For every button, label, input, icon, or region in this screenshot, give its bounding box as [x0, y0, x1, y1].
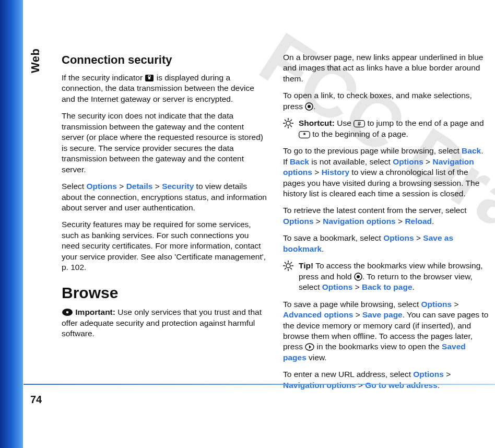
text: >	[152, 182, 162, 191]
link-reload: Reload	[405, 217, 432, 226]
tip-icon	[283, 261, 293, 271]
para-c2-5: To save a bookmark, select Options > Sav…	[283, 233, 490, 254]
text: To save a page while browsing, select	[283, 300, 421, 309]
column-left: Connection security If the security indi…	[62, 52, 268, 397]
svg-text:#: #	[358, 121, 361, 127]
text: is not available, select	[309, 157, 393, 166]
link-history: History	[322, 168, 349, 176]
svg-rect-1	[148, 77, 150, 79]
text: to the beginning of a page.	[310, 129, 408, 138]
svg-line-27	[290, 262, 292, 264]
link-navigation-options: Navigation options	[323, 217, 396, 226]
decoration-bar	[0, 0, 23, 448]
text: Select	[62, 182, 86, 191]
para-c2-2: To open a link, to check boxes, and make…	[283, 90, 490, 112]
page: Web FCC Draft Connection security If the…	[0, 0, 495, 448]
link-options: Options	[421, 300, 452, 309]
text: >	[352, 282, 362, 291]
text: To save a bookmark, select	[283, 233, 383, 242]
text: >	[356, 381, 366, 390]
lock-icon	[145, 74, 154, 82]
svg-line-13	[285, 125, 286, 127]
select-key-icon	[354, 273, 362, 281]
link-options: Options	[283, 217, 314, 226]
text: view.	[307, 353, 327, 362]
para-3: Select Options > Details > Security to v…	[62, 181, 268, 213]
text: >	[117, 182, 126, 191]
shortcut-block: Shortcut: Use # to jump to the end of a …	[283, 118, 490, 139]
link-back-to-page: Back to page	[362, 282, 412, 291]
svg-point-19	[286, 264, 290, 268]
link-options: Options	[413, 370, 444, 379]
shortcut-label: Shortcut:	[299, 119, 335, 127]
svg-line-14	[290, 120, 292, 121]
para-c2-4: To retrieve the latest content from the …	[283, 205, 490, 227]
text: >	[414, 233, 423, 242]
svg-point-5	[308, 105, 311, 108]
text: to jump to the end of a page and	[365, 119, 484, 127]
text: .	[432, 217, 434, 226]
svg-point-6	[286, 121, 290, 125]
text: .	[322, 244, 324, 253]
link-options: Options	[322, 282, 353, 291]
heading-browse: Browse	[62, 282, 268, 303]
para-2: The security icon does not indicate that…	[62, 111, 268, 175]
tip-icon	[283, 118, 293, 128]
para-1: If the security indicator is displayed d…	[62, 73, 268, 104]
para-c2-1: On a browser page, new links appear unde…	[283, 52, 490, 84]
svg-line-25	[290, 268, 292, 269]
select-key-icon	[305, 102, 313, 111]
svg-text:*: *	[303, 131, 306, 138]
text: in the bookmarks view to open the	[314, 342, 442, 351]
svg-line-24	[285, 262, 286, 264]
link-advanced-options: Advanced options	[283, 310, 353, 319]
link-options: Options	[383, 233, 414, 242]
text: Use	[335, 119, 353, 127]
tip-block: Tip! To access the bookmarks view while …	[283, 261, 490, 292]
text: >	[314, 217, 323, 226]
link-navigation-options: Navigation options	[283, 381, 356, 390]
content: Connection security If the security indi…	[62, 52, 490, 397]
column-right: On a browser page, new links appear unde…	[283, 52, 490, 397]
text: To enter a new URL address, select	[283, 370, 413, 379]
important-icon	[62, 308, 73, 316]
text: To go to the previous page while browsin…	[283, 146, 462, 155]
right-key-icon	[305, 343, 314, 351]
text: .	[412, 282, 415, 291]
link-save-page: Save page	[362, 310, 403, 319]
link-back: Back	[290, 157, 309, 166]
text: If the security indicator	[62, 73, 145, 82]
para-4: Security features may be required for so…	[62, 219, 268, 273]
text: To retrieve the latest content from the …	[283, 206, 467, 215]
text: .	[438, 381, 440, 390]
para-c2-7: To enter a new URL address, select Optio…	[283, 369, 490, 391]
important-block: Important: Use only services that you tr…	[62, 307, 268, 339]
tip-label: Tip!	[299, 261, 313, 270]
svg-point-29	[357, 275, 360, 278]
section-label: Web	[29, 48, 42, 73]
para-c2-3: To go to the previous page while browsin…	[283, 146, 490, 199]
text: >	[353, 310, 362, 319]
text: >	[396, 217, 405, 226]
svg-line-11	[285, 120, 286, 121]
svg-line-12	[290, 125, 292, 127]
star-key-icon: *	[299, 131, 310, 138]
important-label: Important:	[75, 308, 115, 316]
text: >	[452, 300, 458, 309]
text: >	[444, 370, 451, 379]
page-number: 74	[30, 394, 42, 406]
svg-point-3	[66, 311, 68, 313]
link-back: Back	[462, 146, 481, 155]
link-options: Options	[86, 182, 117, 191]
footer-divider	[23, 384, 495, 385]
link-options: Options	[393, 157, 423, 166]
link-details: Details	[126, 182, 153, 191]
para-c2-6: To save a page while browsing, select Op…	[283, 299, 490, 363]
text: >	[312, 168, 322, 176]
text: .	[313, 102, 315, 111]
svg-line-26	[285, 268, 286, 269]
hash-key-icon: #	[353, 120, 365, 127]
text: >	[423, 157, 433, 166]
heading-connection-security: Connection security	[62, 52, 268, 67]
link-go-to-web-address: Go to web address	[365, 381, 438, 390]
